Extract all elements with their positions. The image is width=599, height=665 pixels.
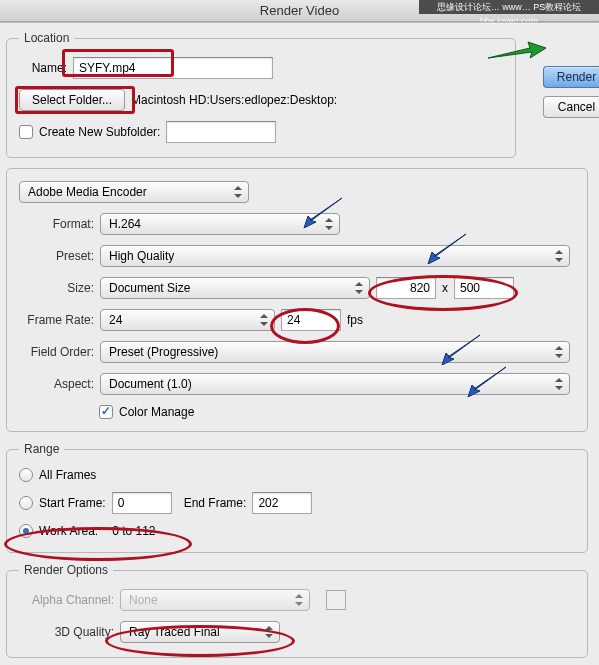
quality-select[interactable]: Ray Traced Final [120,621,280,643]
encoder-group: Adobe Media Encoder Format: H.264 Preset… [6,168,588,432]
fieldorder-label: Field Order: [19,345,94,359]
alpha-channel-label: Alpha Channel: [19,593,114,607]
range-legend: Range [19,442,64,456]
start-frame-radio[interactable] [19,496,33,510]
format-select[interactable]: H.264 [100,213,340,235]
format-label: Format: [19,217,94,231]
name-input[interactable] [73,57,273,79]
framerate-select[interactable]: 24 [100,309,275,331]
cancel-button[interactable]: Cancel [543,96,599,118]
size-x-label: x [442,281,448,295]
alpha-channel-select: None [120,589,310,611]
preset-select[interactable]: High Quality [100,245,570,267]
fieldorder-select[interactable]: Preset (Progressive) [100,341,570,363]
start-frame-input[interactable] [112,492,172,514]
location-legend: Location [19,31,74,45]
size-height-input[interactable] [454,277,514,299]
work-area-value: 0 to 112 [112,524,155,538]
dialog-action-buttons: Render Cancel [543,66,599,118]
all-frames-label: All Frames [39,468,96,482]
preset-label: Preset: [19,249,94,263]
size-label: Size: [19,281,94,295]
quality-label: 3D Quality: [19,625,114,639]
new-subfolder-input[interactable] [166,121,276,143]
start-frame-label: Start Frame: [39,496,106,510]
end-frame-input[interactable] [252,492,312,514]
aspect-select[interactable]: Document (1.0) [100,373,570,395]
select-folder-button[interactable]: Select Folder... [19,89,125,111]
render-options-legend: Render Options [19,563,113,577]
color-manage-checkbox[interactable] [99,405,113,419]
color-manage-label: Color Manage [119,405,194,419]
module-select[interactable]: Adobe Media Encoder [19,181,249,203]
framerate-label: Frame Rate: [19,313,94,327]
render-button[interactable]: Render [543,66,599,88]
framerate-input[interactable] [281,309,341,331]
render-options-group: Render Options Alpha Channel: None 3D Qu… [6,563,588,658]
name-label: Name: [19,61,67,75]
all-frames-radio[interactable] [19,468,33,482]
size-width-input[interactable] [376,277,436,299]
size-mode-select[interactable]: Document Size [100,277,370,299]
framerate-unit: fps [347,313,363,327]
alpha-color-swatch [326,590,346,610]
end-frame-label: End Frame: [184,496,247,510]
new-subfolder-checkbox[interactable] [19,125,33,139]
range-group: Range All Frames Start Frame: End Frame:… [6,442,588,553]
location-group: Location Name: Select Folder... Macintos… [6,31,516,158]
folder-path-text: Macintosh HD:Users:edlopez:Desktop: [131,93,337,107]
new-subfolder-label: Create New Subfolder: [39,125,160,139]
work-area-label: Work Area: [39,524,98,538]
work-area-radio[interactable] [19,524,33,538]
aspect-label: Aspect: [19,377,94,391]
watermark-bar: 思缘设计论坛… www… PS教程论坛 bbs.loveo.com [419,0,599,14]
